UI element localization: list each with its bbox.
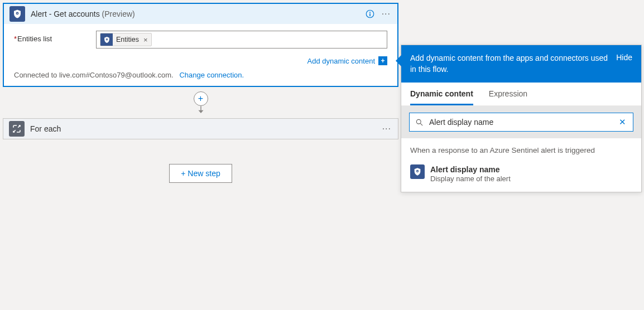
card-title: Alert - Get accounts (Preview) [31, 9, 356, 18]
new-step-button[interactable]: + New step [169, 164, 232, 183]
token-label: Entities [113, 36, 142, 43]
sentinel-shield-icon [410, 164, 425, 179]
hide-button[interactable]: Hide [616, 53, 632, 62]
result-name: Alert display name [430, 164, 511, 175]
search-input[interactable] [429, 118, 612, 127]
change-connection-link[interactable]: Change connection. [179, 71, 244, 79]
entities-label: *Entities list [14, 31, 89, 43]
step-connector: + [3, 91, 398, 114]
card-title: For each [30, 124, 376, 133]
loop-icon [9, 121, 25, 137]
result-desc: Display name of the alert [430, 175, 511, 184]
alert-get-accounts-card: Alert - Get accounts (Preview) ··· *Enti… [3, 3, 398, 87]
dynamic-content-panel: Add dynamic content from the apps and co… [401, 45, 642, 192]
info-icon[interactable] [365, 9, 375, 19]
tab-expression[interactable]: Expression [489, 89, 527, 105]
entities-input[interactable]: Entities × [96, 31, 387, 49]
results-section-title: When a response to an Azure Sentinel ale… [401, 138, 641, 160]
entities-field: *Entities list Entities × [14, 31, 387, 49]
card-title-suffix: (Preview) [102, 9, 135, 18]
tab-dynamic-content[interactable]: Dynamic content [410, 89, 473, 105]
arrow-down-icon [196, 106, 206, 114]
sentinel-shield-icon [9, 6, 25, 22]
panel-header: Add dynamic content from the apps and co… [401, 45, 641, 83]
sentinel-shield-icon [100, 33, 113, 46]
card-header[interactable]: Alert - Get accounts (Preview) ··· [4, 4, 397, 24]
add-dynamic-content-button[interactable]: + [378, 56, 387, 65]
card-menu-button[interactable]: ··· [381, 124, 392, 134]
connected-account: live.com#Contoso79@outlook.com. [59, 71, 174, 79]
insert-step-button[interactable]: + [194, 91, 208, 106]
add-dynamic-content-link[interactable]: Add dynamic content [307, 57, 375, 65]
panel-tabs: Dynamic content Expression [401, 83, 641, 106]
connection-footer: Connected to live.com#Contoso79@outlook.… [4, 65, 397, 86]
token-remove-button[interactable]: × [142, 36, 151, 44]
result-alert-display-name[interactable]: Alert display name Display name of the a… [401, 160, 641, 192]
search-box: ✕ [409, 113, 633, 132]
panel-callout-arrow [396, 55, 401, 66]
clear-search-button[interactable]: ✕ [618, 117, 627, 127]
card-menu-button[interactable]: ··· [381, 9, 392, 19]
panel-header-text: Add dynamic content from the apps and co… [410, 53, 609, 75]
card-header[interactable]: For each ··· [3, 119, 398, 139]
entities-token[interactable]: Entities × [100, 33, 152, 46]
for-each-card: For each ··· [3, 118, 398, 139]
search-icon [415, 118, 424, 127]
card-title-main: Alert - Get accounts [31, 9, 100, 18]
